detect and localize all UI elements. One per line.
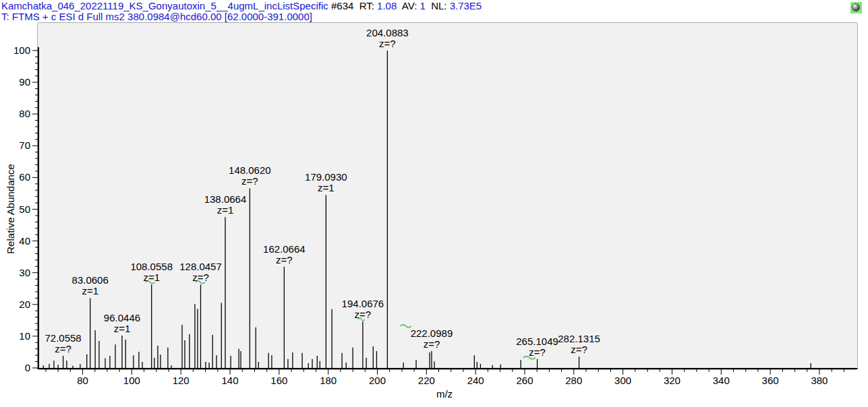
qualbrowser-spectrum-view: Kamchatka_046_20221119_KS_Gonyautoxin_5_… — [0, 0, 868, 407]
peak-mass-label: 282.1315 — [558, 333, 600, 344]
peak-charge-label: z=? — [379, 38, 396, 49]
x-tick-label: 300 — [614, 375, 631, 386]
x-tick-label: 140 — [222, 375, 239, 386]
peak-charge-label: z=? — [424, 338, 440, 350]
peak-charge-label: z=? — [276, 254, 293, 265]
y-tick-label: 10 — [19, 330, 30, 342]
peak-charge-label: z=1 — [318, 182, 335, 193]
x-tick-label: 80 — [77, 375, 88, 386]
peak-mass-label: 179.0930 — [305, 171, 347, 183]
peak-charge-label: z=? — [192, 272, 209, 283]
y-tick-label: 70 — [19, 139, 30, 151]
peak-charge-label: z=? — [355, 309, 372, 320]
peak-mass-label: 148.0620 — [229, 164, 271, 176]
x-tick-label: 100 — [123, 375, 140, 386]
peak-mass-label: 128.0457 — [179, 261, 222, 272]
y-tick-label: 50 — [19, 204, 30, 215]
x-tick-label: 260 — [516, 375, 533, 386]
peak-mass-label: 72.0558 — [45, 332, 81, 344]
plot-background — [38, 23, 858, 370]
peak-charge-label: z=? — [241, 175, 258, 187]
y-tick-label: 100 — [13, 44, 30, 56]
peak-charge-label: z=1 — [82, 285, 98, 296]
y-tick-label: 0 — [25, 362, 30, 373]
peak-mass-label: 265.1049 — [516, 336, 558, 347]
x-tick-label: 220 — [418, 375, 435, 386]
x-tick-label: 160 — [270, 375, 287, 386]
peak-mass-label: 194.0676 — [342, 298, 384, 309]
y-tick-label: 80 — [19, 108, 30, 119]
y-tick-label: 20 — [19, 299, 30, 310]
peak-mass-label: 162.0664 — [263, 243, 306, 255]
x-tick-label: 340 — [713, 375, 730, 386]
peak-charge-label: z=? — [571, 344, 587, 355]
y-tick-label: 90 — [19, 76, 30, 88]
x-tick-label: 360 — [762, 375, 779, 386]
peak-charge-label: z=1 — [217, 204, 234, 216]
x-tick-label: 240 — [467, 375, 484, 386]
x-tick-label: 120 — [173, 375, 190, 386]
peak-mass-label: 83.0606 — [72, 274, 109, 286]
x-tick-label: 200 — [369, 375, 386, 386]
peak-mass-label: 138.0664 — [204, 193, 247, 205]
peak-charge-label: z=? — [529, 346, 546, 358]
peak-mass-label: 204.0883 — [366, 27, 409, 38]
spectrum-plot[interactable]: 8010012014016018020022024026028030032034… — [0, 0, 868, 407]
peak-mass-label: 108.0558 — [130, 261, 173, 272]
peak-mass-label: 96.0446 — [104, 312, 140, 323]
peak-charge-label: z=1 — [114, 323, 131, 334]
y-tick-label: 60 — [19, 171, 30, 183]
y-tick-label: 40 — [19, 235, 30, 247]
x-tick-label: 280 — [565, 375, 582, 386]
peak-charge-label: z=1 — [143, 272, 160, 283]
peak-charge-label: z=? — [55, 343, 71, 354]
x-tick-label: 180 — [320, 375, 337, 386]
x-tick-label: 320 — [664, 375, 681, 386]
x-tick-label: 380 — [811, 375, 828, 386]
y-tick-label: 30 — [19, 267, 30, 278]
peak-mass-label: 222.0989 — [411, 327, 453, 339]
